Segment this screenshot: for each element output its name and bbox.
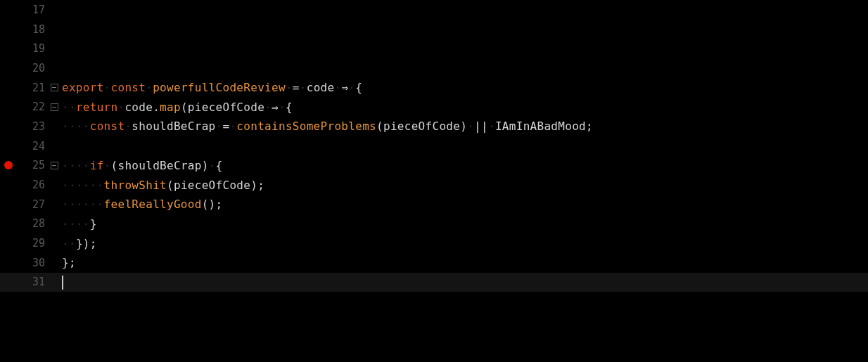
token-ident: shouldBeCrap <box>117 159 201 172</box>
code-content[interactable]: ······throwShit(pieceOfCode); <box>62 179 868 192</box>
fold-collapse-icon[interactable]: − <box>51 84 58 91</box>
code-line[interactable]: 17 <box>0 0 868 20</box>
token-brace: { <box>355 81 362 94</box>
token-brace: } <box>76 237 83 250</box>
token-punct: ; <box>257 179 264 192</box>
line-number: 26 <box>17 179 46 191</box>
token-ws: · <box>286 81 293 94</box>
line-number: 29 <box>17 237 46 250</box>
token-fn-call: containsSomeProblems <box>236 119 376 133</box>
line-number: 20 <box>17 62 46 75</box>
token-punct: ; <box>216 198 223 211</box>
token-ident: code <box>125 101 153 114</box>
text-cursor <box>62 276 63 290</box>
code-line[interactable]: 29··}); <box>0 233 868 253</box>
token-ident: shouldBeCrap <box>132 119 215 133</box>
code-line[interactable]: 26······throwShit(pieceOfCode); <box>0 175 868 195</box>
code-content[interactable] <box>62 275 868 290</box>
token-op: = <box>222 119 229 133</box>
code-editor[interactable]: 1718192021−export·const·powerfullCodeRev… <box>0 0 868 362</box>
token-paren: ) <box>83 237 90 250</box>
code-content[interactable]: ····if·(shouldBeCrap)·{ <box>62 159 868 172</box>
code-line[interactable]: 28····} <box>0 214 868 234</box>
code-line[interactable]: 19 <box>0 39 868 58</box>
token-paren: ( <box>167 179 174 192</box>
code-line[interactable]: 21−export·const·powerfullCodeReview·=·co… <box>0 78 868 98</box>
code-line[interactable]: 25−····if·(shouldBeCrap)·{ <box>0 156 868 176</box>
token-ident: IAmInABadMood <box>495 119 586 133</box>
code-line[interactable]: 18 <box>0 20 868 39</box>
token-punct: . <box>153 101 160 114</box>
token-punct: ; <box>586 119 593 133</box>
fold-gutter[interactable]: − <box>46 162 62 169</box>
token-ws: · <box>117 101 125 114</box>
token-arrow: ⇒ <box>341 81 348 94</box>
token-op: || <box>474 119 488 133</box>
token-ws: · <box>334 81 341 94</box>
token-brace: } <box>62 256 69 269</box>
code-line[interactable]: 27······feelReallyGood(); <box>0 195 868 214</box>
token-kw-if: if <box>90 159 104 172</box>
code-line[interactable]: 30}; <box>0 253 868 273</box>
token-punct: ; <box>69 256 76 269</box>
token-ws: · <box>300 81 307 94</box>
code-content[interactable]: ······feelReallyGood(); <box>62 198 868 211</box>
code-content[interactable]: ····} <box>62 217 868 231</box>
line-number: 28 <box>17 217 46 230</box>
fold-gutter[interactable]: − <box>46 84 62 91</box>
code-content[interactable]: }; <box>62 256 868 269</box>
line-number: 17 <box>17 4 46 16</box>
token-ws: ······ <box>62 179 104 192</box>
code-content[interactable]: ··}); <box>62 237 868 250</box>
token-op: = <box>293 81 300 94</box>
token-punct: ; <box>90 237 97 250</box>
token-method: map <box>160 101 181 114</box>
token-arrow: ⇒ <box>272 101 279 114</box>
fold-collapse-icon[interactable]: − <box>51 103 58 111</box>
token-ws: ···· <box>62 159 90 172</box>
token-ws: ·· <box>62 237 76 250</box>
token-paren: ) <box>202 159 209 172</box>
token-paren: ( <box>202 198 209 211</box>
code-content[interactable]: ····const·shouldBeCrap·=·containsSomePro… <box>62 119 868 133</box>
token-fn-call: feelReallyGood <box>104 198 202 211</box>
token-brace: { <box>286 101 293 114</box>
line-number: 22 <box>17 101 46 113</box>
fold-collapse-icon[interactable]: − <box>51 162 58 169</box>
token-ws: ······ <box>62 198 104 211</box>
fold-gutter[interactable]: − <box>46 103 62 111</box>
token-paren: ) <box>460 119 467 133</box>
token-paren: ( <box>181 101 188 114</box>
code-line[interactable]: 23····const·shouldBeCrap·=·containsSomeP… <box>0 117 868 136</box>
line-number: 24 <box>17 140 46 153</box>
code-line[interactable]: 20 <box>0 58 868 78</box>
token-ident: pieceOfCode <box>174 179 250 192</box>
line-number: 23 <box>17 120 46 133</box>
token-paren: ) <box>209 198 216 211</box>
line-number: 19 <box>17 42 46 55</box>
token-brace: } <box>90 217 97 231</box>
token-fn-call: throwShit <box>104 179 167 192</box>
line-number: 30 <box>17 257 46 269</box>
breakpoint-gutter[interactable] <box>0 161 17 169</box>
token-kw-return: return <box>76 101 118 114</box>
token-ws: · <box>104 81 111 94</box>
code-line[interactable]: 24 <box>0 136 868 156</box>
line-number: 31 <box>17 276 46 288</box>
code-content[interactable]: ··return·code.map(pieceOfCode·⇒·{ <box>62 101 868 114</box>
token-paren: ( <box>376 119 383 133</box>
breakpoint-icon[interactable] <box>4 161 13 169</box>
token-ws: · <box>216 119 223 133</box>
line-number: 25 <box>17 159 46 172</box>
line-number: 18 <box>17 23 46 36</box>
token-ws: · <box>279 101 286 114</box>
token-kw-const: const <box>90 119 125 133</box>
token-ws: · <box>209 159 216 172</box>
token-ws: ···· <box>62 217 90 231</box>
line-number: 27 <box>17 198 46 211</box>
code-line[interactable]: 31 <box>0 273 868 292</box>
token-ws: · <box>125 119 132 133</box>
code-line[interactable]: 22−··return·code.map(pieceOfCode·⇒·{ <box>0 97 868 117</box>
code-content[interactable]: export·const·powerfullCodeReview·=·code·… <box>62 81 868 94</box>
token-ident: pieceOfCode <box>383 119 460 133</box>
